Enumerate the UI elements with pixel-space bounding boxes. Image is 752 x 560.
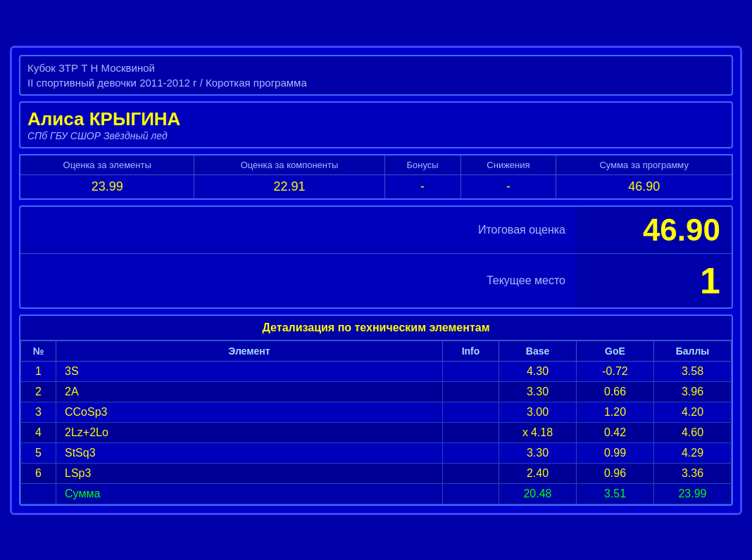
header-bonuses: Бонусы bbox=[384, 155, 460, 175]
row-info bbox=[443, 422, 499, 443]
place-row: Текущее место 1 bbox=[20, 254, 732, 307]
final-score-row: Итоговая оценка 46.90 bbox=[20, 207, 732, 254]
row-goe: 0.66 bbox=[577, 381, 654, 402]
sum-row: Сумма 20.48 3.51 23.99 bbox=[21, 483, 732, 504]
main-container: Кубок ЗТР Т Н Москвиной II спортивный де… bbox=[10, 46, 742, 515]
competition-section: Кубок ЗТР Т Н Москвиной II спортивный де… bbox=[19, 55, 733, 96]
row-score: 4.20 bbox=[654, 402, 732, 422]
score-deductions: - bbox=[460, 174, 556, 199]
row-num: 5 bbox=[21, 443, 56, 463]
sum-label: Сумма bbox=[56, 483, 443, 504]
col-header-score: Баллы bbox=[654, 341, 732, 361]
table-row: 1 3S 4.30 -0.72 3.58 bbox=[21, 361, 732, 381]
row-num: 3 bbox=[21, 402, 56, 422]
row-element: 2Lz+2Lo bbox=[56, 422, 443, 443]
row-info bbox=[443, 443, 499, 463]
row-element: 3S bbox=[56, 361, 443, 381]
row-num: 2 bbox=[21, 381, 56, 402]
row-goe: 0.99 bbox=[577, 443, 654, 463]
row-base: 2.40 bbox=[499, 463, 577, 483]
score-total: 46.90 bbox=[556, 174, 732, 199]
place-value: 1 bbox=[577, 254, 732, 307]
table-row: 3 CCoSp3 3.00 1.20 4.20 bbox=[21, 402, 732, 422]
competition-title: Кубок ЗТР Т Н Москвиной II спортивный де… bbox=[27, 61, 725, 90]
row-num: 4 bbox=[21, 422, 56, 443]
details-title: Детализация по техническим элементам bbox=[20, 316, 732, 341]
table-row: 4 2Lz+2Lo x4.18 0.42 4.60 bbox=[21, 422, 732, 443]
row-element: StSq3 bbox=[56, 443, 443, 463]
header-total: Сумма за программу bbox=[556, 155, 732, 175]
table-row: 5 StSq3 3.30 0.99 4.29 bbox=[21, 443, 732, 463]
row-goe: 1.20 bbox=[577, 402, 654, 422]
scores-table: Оценка за элементы Оценка за компоненты … bbox=[19, 154, 733, 200]
row-goe: -0.72 bbox=[577, 361, 654, 381]
competition-line1: Кубок ЗТР Т Н Москвиной bbox=[27, 62, 155, 74]
col-header-base: Base bbox=[499, 341, 577, 361]
row-info bbox=[443, 361, 499, 381]
totals-section: Итоговая оценка 46.90 Текущее место 1 bbox=[19, 205, 733, 309]
place-label: Текущее место bbox=[20, 267, 577, 294]
row-base: 3.30 bbox=[499, 443, 577, 463]
col-header-info: Info bbox=[443, 341, 499, 361]
details-table: № Элемент Info Base GoE Баллы 1 3S 4.30 … bbox=[20, 341, 732, 504]
row-base: 4.30 bbox=[499, 361, 577, 381]
table-row: 6 LSp3 2.40 0.96 3.36 bbox=[21, 463, 732, 483]
row-score: 3.36 bbox=[654, 463, 732, 483]
row-base: 3.00 bbox=[499, 402, 577, 422]
final-score-label: Итоговая оценка bbox=[20, 217, 577, 243]
sum-goe: 3.51 bbox=[577, 483, 654, 504]
row-score: 3.58 bbox=[654, 361, 732, 381]
row-element: LSp3 bbox=[56, 463, 443, 483]
competition-line2: II спортивный девочки 2011-2012 г / Коро… bbox=[27, 77, 307, 89]
score-bonuses: - bbox=[384, 174, 460, 199]
header-components: Оценка за компоненты bbox=[194, 155, 384, 175]
row-score: 4.29 bbox=[654, 443, 732, 463]
col-header-goe: GoE bbox=[577, 341, 654, 361]
score-elements: 23.99 bbox=[20, 174, 194, 199]
col-header-element: Элемент bbox=[56, 341, 443, 361]
row-info bbox=[443, 402, 499, 422]
row-info bbox=[443, 463, 499, 483]
sum-score: 23.99 bbox=[654, 483, 732, 504]
row-info bbox=[443, 381, 499, 402]
row-score: 4.60 bbox=[654, 422, 732, 443]
skater-section: Алиса КРЫГИНА СПб ГБУ СШОР Звёздный лед bbox=[19, 101, 733, 148]
skater-name: Алиса КРЫГИНА bbox=[27, 108, 725, 130]
row-num: 1 bbox=[21, 361, 56, 381]
skater-club: СПб ГБУ СШОР Звёздный лед bbox=[27, 130, 725, 141]
details-section: Детализация по техническим элементам № Э… bbox=[19, 314, 733, 506]
col-header-num: № bbox=[21, 341, 56, 361]
header-deductions: Снижения bbox=[460, 155, 556, 175]
row-score: 3.96 bbox=[654, 381, 732, 402]
row-element: CCoSp3 bbox=[56, 402, 443, 422]
row-element: 2A bbox=[56, 381, 443, 402]
row-goe: 0.42 bbox=[577, 422, 654, 443]
sum-info bbox=[443, 483, 499, 504]
final-score-value: 46.90 bbox=[577, 207, 732, 253]
sum-base: 20.48 bbox=[499, 483, 577, 504]
sum-num bbox=[21, 483, 56, 504]
score-components: 22.91 bbox=[194, 174, 384, 199]
header-elements: Оценка за элементы bbox=[20, 155, 194, 175]
row-base: 3.30 bbox=[499, 381, 577, 402]
row-num: 6 bbox=[21, 463, 56, 483]
row-base: x4.18 bbox=[499, 422, 577, 443]
row-goe: 0.96 bbox=[577, 463, 654, 483]
table-row: 2 2A 3.30 0.66 3.96 bbox=[21, 381, 732, 402]
